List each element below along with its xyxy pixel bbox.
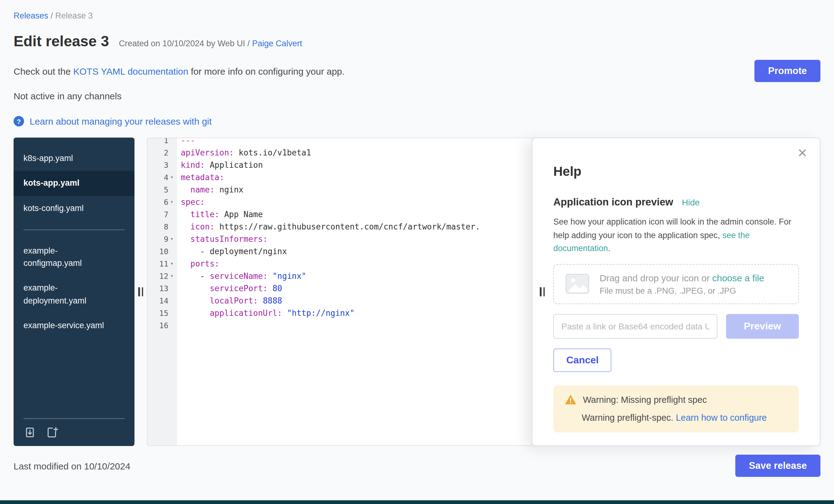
fold-arrow-icon[interactable]: ▾ — [169, 273, 175, 279]
code-line[interactable]: localPort: 8888 — [181, 294, 532, 307]
line-number: 16 — [157, 321, 169, 330]
code-token: kind: — [181, 160, 205, 169]
choose-file-link[interactable]: choose a file — [712, 273, 764, 283]
code-line[interactable]: apiVersion: kots.io/v1beta1 — [181, 146, 532, 158]
docs-text-pre: Check out the — [14, 66, 73, 76]
icon-dropzone[interactable]: Drag and drop your icon or choose a file… — [553, 264, 799, 304]
code-line[interactable]: name: nginx — [181, 183, 532, 196]
bottom-bar — [0, 500, 834, 504]
new-file-icon[interactable] — [46, 426, 59, 439]
code-token: "http://nginx" — [287, 308, 354, 317]
docs-text: Check out the KOTS YAML documentation fo… — [14, 66, 345, 76]
code-token: applicationUrl: — [210, 308, 282, 317]
code-line[interactable] — [181, 319, 532, 331]
question-circle-icon: ? — [14, 116, 24, 127]
warning-title-row: Warning: Missing preflight spec — [565, 394, 788, 405]
code-token — [181, 296, 210, 305]
code-token: name: — [190, 185, 214, 194]
gutter-line: 14 — [148, 294, 177, 307]
line-number: 15 — [157, 308, 169, 317]
gutter-line: 8 — [148, 220, 177, 233]
code-token: kots.io/v1beta1 — [234, 148, 311, 157]
line-number: 3 — [157, 160, 169, 169]
gutter-line: 15 — [148, 307, 177, 319]
code-token: 8888 — [263, 296, 282, 305]
sidebar-footer-icons — [23, 426, 125, 439]
author-link[interactable]: Paige Calvert — [252, 39, 302, 48]
code-line[interactable]: applicationUrl: "http://nginx" — [181, 307, 532, 319]
code-line[interactable]: title: App Name — [181, 208, 532, 220]
breadcrumb-separator: / — [48, 11, 56, 20]
icon-url-row: Preview — [553, 314, 799, 339]
gutter-line: 2 — [148, 146, 177, 158]
file-group-divider — [23, 229, 125, 230]
sidebar-resize-handle[interactable] — [138, 287, 143, 297]
image-placeholder-icon — [565, 273, 590, 294]
git-releases-link[interactable]: Learn about managing your releases with … — [29, 116, 212, 127]
code-line[interactable]: icon: https://raw.githubusercontent.com/… — [181, 220, 532, 233]
sidebar-file-item[interactable]: k8s-app.yaml — [14, 146, 134, 171]
import-file-icon[interactable] — [23, 426, 36, 439]
gutter-line: 10 — [148, 245, 177, 257]
warning-triangle-icon — [565, 394, 577, 405]
code-line[interactable]: spec: — [181, 196, 532, 208]
description-period: . — [608, 244, 610, 253]
dropzone-file-types: File must be a .PNG, .JPEG, or .JPG — [599, 286, 764, 295]
cancel-button[interactable]: Cancel — [553, 349, 612, 372]
help-panel: ✕ Help Application icon preview Hide See… — [532, 137, 820, 446]
sidebar-file-item[interactable]: kots-config.yaml — [14, 196, 134, 221]
page-title: Edit release 3 — [14, 33, 109, 50]
promote-button[interactable]: Promote — [754, 60, 820, 82]
icon-preview-description: See how your application icon will look … — [553, 215, 799, 256]
code-token: nginx — [215, 185, 244, 194]
fold-arrow-icon[interactable]: ▾ — [169, 199, 175, 205]
gutter-line: 4▾ — [148, 171, 177, 183]
sidebar-file-item[interactable]: example-deployment.yaml — [14, 276, 134, 313]
help-resize-handle[interactable] — [540, 287, 545, 297]
icon-preview-title: Application icon preview — [553, 196, 673, 208]
learn-how-to-configure-link[interactable]: Learn how to configure — [676, 413, 767, 422]
gutter-line: 1 — [148, 137, 177, 146]
sidebar-footer-divider — [23, 418, 125, 419]
code-line[interactable]: ports: — [181, 257, 532, 269]
page-footer: Last modified on 10/10/2024 Save release — [14, 455, 820, 477]
line-number: 11 — [157, 259, 169, 268]
line-number: 2 — [157, 148, 169, 157]
sidebar-file-item[interactable]: kots-app.yaml — [14, 171, 134, 196]
gutter-line: 9▾ — [148, 233, 177, 245]
code-line[interactable]: - deployment/nginx — [181, 245, 532, 257]
gutter-line: 5 — [148, 183, 177, 196]
dropzone-text: Drag and drop your icon or choose a file… — [599, 273, 764, 295]
code-line[interactable]: --- — [181, 137, 532, 146]
kots-yaml-docs-link[interactable]: KOTS YAML documentation — [73, 66, 188, 76]
fold-arrow-icon[interactable]: ▾ — [169, 260, 175, 266]
last-modified-text: Last modified on 10/10/2024 — [14, 461, 130, 471]
description-text: See how your application icon will look … — [553, 217, 794, 240]
code-line[interactable]: metadata: — [181, 171, 532, 183]
code-line[interactable]: kind: Application — [181, 158, 532, 171]
close-icon[interactable]: ✕ — [797, 147, 808, 159]
breadcrumb-current: Release 3 — [55, 11, 93, 20]
code-token — [181, 308, 210, 317]
code-token — [181, 185, 190, 194]
release-workspace: k8s-app.yamlkots-app.yamlkots-config.yam… — [14, 137, 820, 446]
sidebar-file-item[interactable]: example-service.yaml — [14, 313, 134, 338]
code-line[interactable]: - serviceName: "nginx" — [181, 269, 532, 282]
icon-url-input[interactable] — [553, 314, 718, 339]
sidebar-file-item[interactable]: example-configmap.yaml — [14, 239, 134, 276]
fold-arrow-icon[interactable]: ▾ — [169, 174, 175, 180]
editor-scroll-area: 1234▾56▾789▾1011▾12▾13141516 ---apiVersi… — [148, 137, 532, 331]
line-number: 5 — [157, 185, 169, 194]
code-token: ports: — [190, 259, 219, 268]
fold-arrow-icon[interactable]: ▾ — [169, 236, 175, 242]
code-token — [282, 308, 287, 317]
gutter-line: 12▾ — [148, 269, 177, 282]
editor-code[interactable]: ---apiVersion: kots.io/v1beta1kind: Appl… — [177, 137, 532, 331]
code-token: title: — [190, 210, 219, 219]
save-release-button[interactable]: Save release — [735, 455, 820, 477]
preview-button[interactable]: Preview — [726, 314, 799, 339]
breadcrumb-releases-link[interactable]: Releases — [14, 11, 48, 20]
hide-link[interactable]: Hide — [682, 197, 700, 207]
code-line[interactable]: statusInformers: — [181, 233, 532, 245]
code-line[interactable]: servicePort: 80 — [181, 282, 532, 294]
